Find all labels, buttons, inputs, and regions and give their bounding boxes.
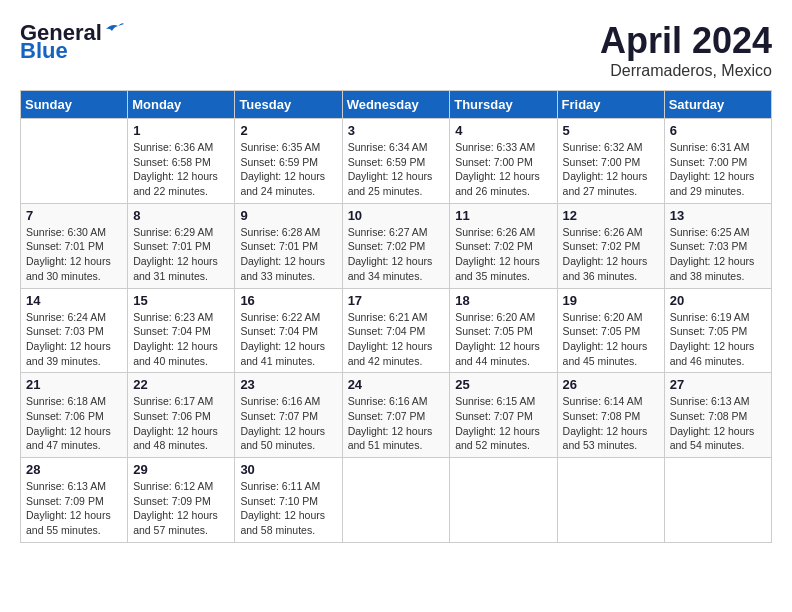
- day-of-week-header: Saturday: [664, 91, 771, 119]
- day-number: 15: [133, 293, 229, 308]
- calendar-day-cell: 8Sunrise: 6:29 AM Sunset: 7:01 PM Daylig…: [128, 203, 235, 288]
- calendar-day-cell: 20Sunrise: 6:19 AM Sunset: 7:05 PM Dayli…: [664, 288, 771, 373]
- calendar-table: SundayMondayTuesdayWednesdayThursdayFrid…: [20, 90, 772, 543]
- day-of-week-header: Sunday: [21, 91, 128, 119]
- calendar-title: April 2024: [600, 20, 772, 62]
- day-info: Sunrise: 6:31 AM Sunset: 7:00 PM Dayligh…: [670, 140, 766, 199]
- day-info: Sunrise: 6:32 AM Sunset: 7:00 PM Dayligh…: [563, 140, 659, 199]
- day-info: Sunrise: 6:12 AM Sunset: 7:09 PM Dayligh…: [133, 479, 229, 538]
- calendar-day-cell: [664, 458, 771, 543]
- page-header: General Blue April 2024 Derramaderos, Me…: [20, 20, 772, 80]
- day-info: Sunrise: 6:13 AM Sunset: 7:08 PM Dayligh…: [670, 394, 766, 453]
- day-info: Sunrise: 6:23 AM Sunset: 7:04 PM Dayligh…: [133, 310, 229, 369]
- day-number: 6: [670, 123, 766, 138]
- day-info: Sunrise: 6:21 AM Sunset: 7:04 PM Dayligh…: [348, 310, 445, 369]
- calendar-day-cell: [557, 458, 664, 543]
- calendar-day-cell: 7Sunrise: 6:30 AM Sunset: 7:01 PM Daylig…: [21, 203, 128, 288]
- day-info: Sunrise: 6:11 AM Sunset: 7:10 PM Dayligh…: [240, 479, 336, 538]
- day-info: Sunrise: 6:27 AM Sunset: 7:02 PM Dayligh…: [348, 225, 445, 284]
- day-number: 19: [563, 293, 659, 308]
- day-info: Sunrise: 6:20 AM Sunset: 7:05 PM Dayligh…: [455, 310, 551, 369]
- day-number: 29: [133, 462, 229, 477]
- day-info: Sunrise: 6:17 AM Sunset: 7:06 PM Dayligh…: [133, 394, 229, 453]
- calendar-day-cell: 27Sunrise: 6:13 AM Sunset: 7:08 PM Dayli…: [664, 373, 771, 458]
- calendar-day-cell: 10Sunrise: 6:27 AM Sunset: 7:02 PM Dayli…: [342, 203, 450, 288]
- calendar-day-cell: 15Sunrise: 6:23 AM Sunset: 7:04 PM Dayli…: [128, 288, 235, 373]
- day-info: Sunrise: 6:15 AM Sunset: 7:07 PM Dayligh…: [455, 394, 551, 453]
- day-number: 20: [670, 293, 766, 308]
- day-number: 26: [563, 377, 659, 392]
- calendar-day-cell: [450, 458, 557, 543]
- day-info: Sunrise: 6:16 AM Sunset: 7:07 PM Dayligh…: [348, 394, 445, 453]
- day-of-week-header: Tuesday: [235, 91, 342, 119]
- day-number: 1: [133, 123, 229, 138]
- day-number: 23: [240, 377, 336, 392]
- day-number: 14: [26, 293, 122, 308]
- day-info: Sunrise: 6:22 AM Sunset: 7:04 PM Dayligh…: [240, 310, 336, 369]
- day-info: Sunrise: 6:16 AM Sunset: 7:07 PM Dayligh…: [240, 394, 336, 453]
- calendar-day-cell: 9Sunrise: 6:28 AM Sunset: 7:01 PM Daylig…: [235, 203, 342, 288]
- day-number: 24: [348, 377, 445, 392]
- day-info: Sunrise: 6:28 AM Sunset: 7:01 PM Dayligh…: [240, 225, 336, 284]
- calendar-day-cell: 23Sunrise: 6:16 AM Sunset: 7:07 PM Dayli…: [235, 373, 342, 458]
- day-info: Sunrise: 6:34 AM Sunset: 6:59 PM Dayligh…: [348, 140, 445, 199]
- day-number: 8: [133, 208, 229, 223]
- calendar-day-cell: 28Sunrise: 6:13 AM Sunset: 7:09 PM Dayli…: [21, 458, 128, 543]
- day-number: 11: [455, 208, 551, 223]
- title-block: April 2024 Derramaderos, Mexico: [600, 20, 772, 80]
- day-info: Sunrise: 6:33 AM Sunset: 7:00 PM Dayligh…: [455, 140, 551, 199]
- day-of-week-header: Wednesday: [342, 91, 450, 119]
- day-of-week-header: Thursday: [450, 91, 557, 119]
- day-number: 5: [563, 123, 659, 138]
- day-info: Sunrise: 6:18 AM Sunset: 7:06 PM Dayligh…: [26, 394, 122, 453]
- calendar-day-cell: 21Sunrise: 6:18 AM Sunset: 7:06 PM Dayli…: [21, 373, 128, 458]
- calendar-day-cell: 16Sunrise: 6:22 AM Sunset: 7:04 PM Dayli…: [235, 288, 342, 373]
- day-number: 30: [240, 462, 336, 477]
- calendar-day-cell: 1Sunrise: 6:36 AM Sunset: 6:58 PM Daylig…: [128, 119, 235, 204]
- day-number: 9: [240, 208, 336, 223]
- calendar-day-cell: 12Sunrise: 6:26 AM Sunset: 7:02 PM Dayli…: [557, 203, 664, 288]
- logo: General Blue: [20, 20, 124, 64]
- day-info: Sunrise: 6:29 AM Sunset: 7:01 PM Dayligh…: [133, 225, 229, 284]
- calendar-subtitle: Derramaderos, Mexico: [600, 62, 772, 80]
- logo-text-blue: Blue: [20, 38, 68, 64]
- day-info: Sunrise: 6:20 AM Sunset: 7:05 PM Dayligh…: [563, 310, 659, 369]
- calendar-day-cell: 5Sunrise: 6:32 AM Sunset: 7:00 PM Daylig…: [557, 119, 664, 204]
- day-number: 3: [348, 123, 445, 138]
- day-of-week-header: Monday: [128, 91, 235, 119]
- calendar-day-cell: 13Sunrise: 6:25 AM Sunset: 7:03 PM Dayli…: [664, 203, 771, 288]
- day-info: Sunrise: 6:19 AM Sunset: 7:05 PM Dayligh…: [670, 310, 766, 369]
- calendar-day-cell: 6Sunrise: 6:31 AM Sunset: 7:00 PM Daylig…: [664, 119, 771, 204]
- calendar-header-row: SundayMondayTuesdayWednesdayThursdayFrid…: [21, 91, 772, 119]
- day-info: Sunrise: 6:14 AM Sunset: 7:08 PM Dayligh…: [563, 394, 659, 453]
- day-number: 27: [670, 377, 766, 392]
- calendar-day-cell: 4Sunrise: 6:33 AM Sunset: 7:00 PM Daylig…: [450, 119, 557, 204]
- calendar-week-row: 21Sunrise: 6:18 AM Sunset: 7:06 PM Dayli…: [21, 373, 772, 458]
- day-number: 25: [455, 377, 551, 392]
- calendar-day-cell: [342, 458, 450, 543]
- day-number: 16: [240, 293, 336, 308]
- day-info: Sunrise: 6:26 AM Sunset: 7:02 PM Dayligh…: [455, 225, 551, 284]
- calendar-day-cell: 24Sunrise: 6:16 AM Sunset: 7:07 PM Dayli…: [342, 373, 450, 458]
- logo-bird-icon: [104, 21, 124, 37]
- day-number: 4: [455, 123, 551, 138]
- day-number: 21: [26, 377, 122, 392]
- day-number: 18: [455, 293, 551, 308]
- calendar-week-row: 28Sunrise: 6:13 AM Sunset: 7:09 PM Dayli…: [21, 458, 772, 543]
- day-number: 28: [26, 462, 122, 477]
- day-number: 13: [670, 208, 766, 223]
- calendar-week-row: 14Sunrise: 6:24 AM Sunset: 7:03 PM Dayli…: [21, 288, 772, 373]
- day-of-week-header: Friday: [557, 91, 664, 119]
- calendar-day-cell: 26Sunrise: 6:14 AM Sunset: 7:08 PM Dayli…: [557, 373, 664, 458]
- calendar-week-row: 7Sunrise: 6:30 AM Sunset: 7:01 PM Daylig…: [21, 203, 772, 288]
- day-info: Sunrise: 6:35 AM Sunset: 6:59 PM Dayligh…: [240, 140, 336, 199]
- calendar-day-cell: 25Sunrise: 6:15 AM Sunset: 7:07 PM Dayli…: [450, 373, 557, 458]
- day-number: 12: [563, 208, 659, 223]
- day-number: 10: [348, 208, 445, 223]
- day-number: 2: [240, 123, 336, 138]
- calendar-day-cell: 2Sunrise: 6:35 AM Sunset: 6:59 PM Daylig…: [235, 119, 342, 204]
- calendar-day-cell: 29Sunrise: 6:12 AM Sunset: 7:09 PM Dayli…: [128, 458, 235, 543]
- calendar-day-cell: 14Sunrise: 6:24 AM Sunset: 7:03 PM Dayli…: [21, 288, 128, 373]
- calendar-day-cell: 22Sunrise: 6:17 AM Sunset: 7:06 PM Dayli…: [128, 373, 235, 458]
- calendar-day-cell: 3Sunrise: 6:34 AM Sunset: 6:59 PM Daylig…: [342, 119, 450, 204]
